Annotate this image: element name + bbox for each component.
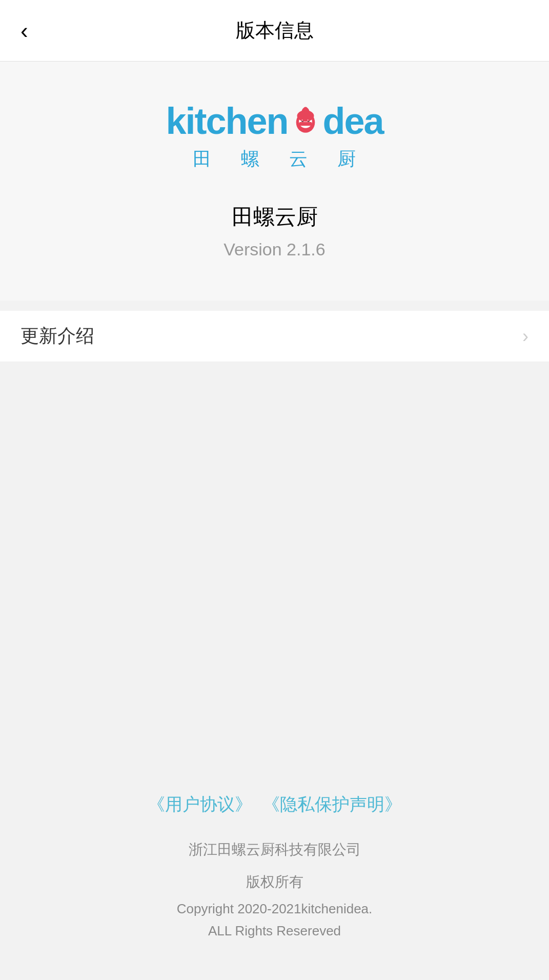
footer-company: 浙江田螺云厨科技有限公司	[189, 837, 361, 863]
logo-text-kitchen: kitchen	[166, 103, 288, 139]
version-text: Version 2.1.6	[223, 239, 325, 259]
update-intro-label: 更新介绍	[21, 324, 94, 349]
logo-subtitle: 田 螺 云 厨	[180, 147, 368, 172]
svg-rect-8	[299, 122, 312, 126]
footer-all-rights: ALL Rights Resereved	[208, 923, 341, 939]
page-title: 版本信息	[236, 17, 314, 44]
svg-point-10	[307, 119, 308, 121]
logo-text-dea: dea	[323, 103, 383, 139]
footer: 《用户协议》 《隐私保护声明》 浙江田螺云厨科技有限公司 版权所有 Copyri…	[0, 762, 549, 980]
page: ‹ 版本信息 kitchen	[0, 0, 549, 980]
divider	[0, 301, 549, 311]
logo-section: kitchen	[0, 62, 549, 301]
svg-point-7	[303, 107, 308, 112]
chevron-right-icon: ›	[522, 326, 528, 347]
back-button[interactable]: ‹	[21, 19, 28, 42]
footer-copyright: Copyright 2020-2021kitchenidea.	[177, 901, 373, 917]
user-agreement-link[interactable]: 《用户协议》	[148, 793, 252, 816]
svg-point-9	[301, 119, 302, 121]
footer-links: 《用户协议》 《隐私保护声明》	[148, 793, 402, 816]
header: ‹ 版本信息	[0, 0, 549, 62]
privacy-policy-link[interactable]: 《隐私保护声明》	[262, 793, 402, 816]
logo-ninja-icon	[289, 105, 322, 137]
app-name: 田螺云厨	[232, 203, 318, 231]
list-section: 更新介绍 ›	[0, 311, 549, 362]
content-spacer	[0, 362, 549, 762]
footer-rights-cn: 版权所有	[246, 869, 303, 895]
logo-container: kitchen	[166, 103, 383, 172]
update-intro-item[interactable]: 更新介绍 ›	[0, 311, 549, 362]
logo-graphic: kitchen	[166, 103, 383, 139]
